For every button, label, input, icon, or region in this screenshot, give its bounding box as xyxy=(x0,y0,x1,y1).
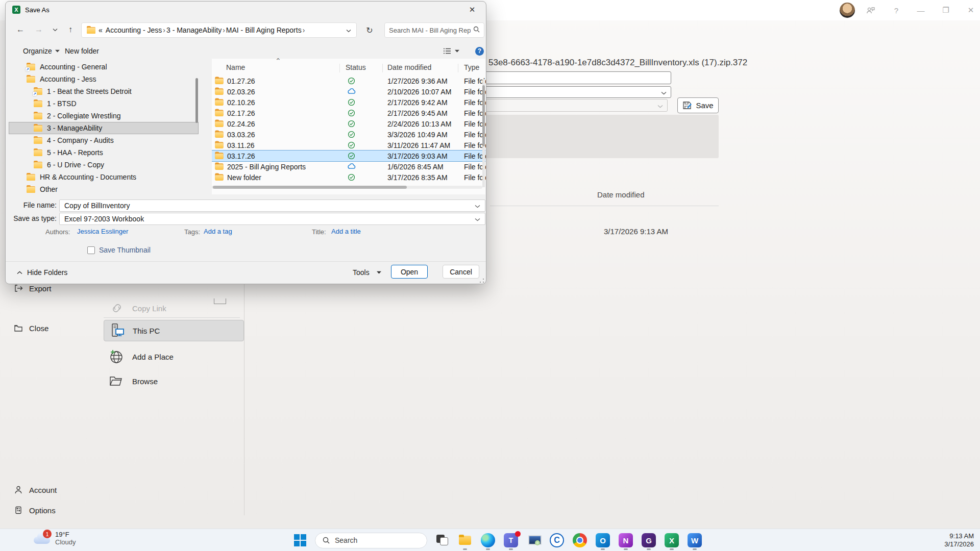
dialog-close-button[interactable]: ✕ xyxy=(461,3,483,17)
file-row[interactable]: 01.27.26 1/27/2026 9:36 AM File fold xyxy=(212,76,485,86)
column-divider[interactable] xyxy=(339,64,340,72)
breadcrumb-item[interactable]: MAI - Bill Aging Reports xyxy=(226,26,302,34)
taskbar-app-button[interactable] xyxy=(457,530,473,550)
column-header-type[interactable]: Type xyxy=(464,63,479,71)
view-mode-button[interactable] xyxy=(443,45,459,57)
file-row[interactable]: New folder 3/17/2026 8:35 AM File fold xyxy=(212,172,485,183)
taskbar-app-button[interactable]: O xyxy=(595,530,611,550)
date-modified-header[interactable]: Date modified xyxy=(597,190,645,199)
column-divider[interactable] xyxy=(382,64,383,72)
tree-item[interactable]: ↗ 4 - Company - Audits xyxy=(9,134,199,146)
help-icon[interactable]: ? xyxy=(889,4,903,16)
file-row[interactable]: 2025 - Bill Aging Reports 1/6/2026 8:45 … xyxy=(212,161,485,172)
file-row[interactable]: 02.24.26 2/24/2026 10:13 AM File fold xyxy=(212,118,485,129)
tree-item[interactable]: ↗ HR & Accounting - Documents xyxy=(9,171,199,183)
close-folder-icon xyxy=(14,323,23,333)
column-header-status[interactable]: Status xyxy=(346,63,366,71)
chevron-down-icon[interactable] xyxy=(475,215,480,223)
taskbar-search[interactable]: Search xyxy=(315,533,427,548)
backstage-save-button[interactable]: Save xyxy=(677,97,719,113)
tree-item[interactable]: ↗ 2 - Collegiate Wrestling xyxy=(9,110,199,122)
authors-value[interactable]: Jessica Esslinger xyxy=(77,228,128,235)
breadcrumb-overflow[interactable]: « xyxy=(99,26,103,34)
back-button[interactable]: ← xyxy=(13,22,28,37)
file-row[interactable]: 02.10.26 2/17/2026 9:42 AM File fold xyxy=(212,97,485,108)
taskbar-app-button[interactable] xyxy=(434,530,450,550)
refresh-button[interactable]: ↻ xyxy=(361,22,378,38)
dialog-titlebar[interactable]: X Save As xyxy=(6,2,486,18)
taskbar-app-button[interactable] xyxy=(526,530,542,550)
save-thumbnail-label[interactable]: Save Thumbnail xyxy=(99,246,151,254)
weather-widget[interactable]: 1 19°F Cloudy xyxy=(34,531,76,546)
add-title-link[interactable]: Add a title xyxy=(331,228,361,235)
forward-button[interactable]: → xyxy=(31,22,46,37)
start-button[interactable] xyxy=(292,530,308,550)
file-row[interactable]: 03.17.26 3/17/2026 9:03 AM File fold xyxy=(212,151,485,161)
tree-item[interactable]: ↗ 6 - U Drive - Copy xyxy=(9,159,199,171)
save-thumbnail-checkbox[interactable] xyxy=(87,246,95,254)
cancel-button[interactable]: Cancel xyxy=(443,265,479,279)
minimize-button[interactable]: — xyxy=(914,4,928,16)
column-header-date-modified[interactable]: Date modified xyxy=(387,63,431,71)
breadcrumb-separator-icon[interactable]: › xyxy=(162,26,166,34)
taskbar-app-button[interactable]: G xyxy=(641,530,657,550)
hide-folders-button[interactable]: Hide Folders xyxy=(17,268,67,277)
taskbar-app-button[interactable]: N xyxy=(618,530,634,550)
add-tag-link[interactable]: Add a tag xyxy=(204,228,232,235)
column-divider[interactable] xyxy=(458,64,458,72)
feedback-icon[interactable] xyxy=(864,4,878,16)
tree-scrollbar[interactable] xyxy=(195,78,198,123)
list-horizontal-scrollbar[interactable] xyxy=(212,186,482,189)
tools-button[interactable]: Tools xyxy=(353,268,381,277)
save-as-type-select[interactable]: Excel 97-2003 Workbook xyxy=(59,213,485,225)
scrollbar-thumb[interactable] xyxy=(482,85,485,146)
up-button[interactable]: ↑ xyxy=(63,22,78,37)
taskbar-app-button[interactable]: C xyxy=(549,530,565,550)
file-row[interactable]: 02.17.26 2/17/2026 9:45 AM File fold xyxy=(212,108,485,118)
list-vertical-scrollbar[interactable] xyxy=(482,79,485,187)
breadcrumb[interactable]: « Accounting - Jess › 3 - ManageAbility … xyxy=(81,22,357,38)
file-row[interactable]: 03.11.26 3/11/2026 11:47 AM File fold xyxy=(212,140,485,151)
restore-button[interactable]: ❐ xyxy=(939,4,953,16)
tree-item[interactable]: ↗ 1 - BTSD xyxy=(9,97,199,110)
file-row[interactable]: 03.03.26 3/3/2026 10:49 AM File fold xyxy=(212,129,485,140)
file-row[interactable]: 02.03.26 2/10/2026 10:07 AM File fold xyxy=(212,86,485,97)
close-button[interactable]: ✕ xyxy=(964,4,978,16)
taskbar-app-button[interactable] xyxy=(480,530,496,550)
breadcrumb-item[interactable]: 3 - ManageAbility xyxy=(166,26,222,34)
tree-item[interactable]: ↗ 1 - Beat the Streets Detroit xyxy=(9,85,199,97)
this-pc-button[interactable]: This PC xyxy=(104,320,244,341)
taskbar-app-button[interactable]: T xyxy=(503,530,519,550)
taskbar-clock[interactable]: 9:13 AM 3/17/2026 xyxy=(944,532,974,548)
tree-item[interactable]: ↗ 3 - ManageAbility xyxy=(9,122,199,134)
backstage-nav-close[interactable]: Close xyxy=(0,320,83,336)
breadcrumb-separator-icon[interactable]: › xyxy=(222,26,226,34)
new-folder-button[interactable]: New folder xyxy=(65,45,99,57)
recent-locations-button[interactable] xyxy=(47,22,63,37)
address-dropdown-button[interactable] xyxy=(346,26,351,34)
column-header-name[interactable]: Name xyxy=(226,63,245,71)
backstage-nav-options[interactable]: Options xyxy=(0,503,83,518)
file-name-input[interactable]: Copy of BillInventory xyxy=(59,199,485,212)
tree-item[interactable]: ↗ 5 - HAA - Reports xyxy=(9,146,199,159)
tree-item[interactable]: ↗ Other xyxy=(9,183,199,194)
tree-item[interactable]: ↗ Accounting - General xyxy=(9,61,199,73)
resize-grip[interactable] xyxy=(480,279,484,283)
chevron-down-icon[interactable] xyxy=(475,202,480,210)
dialog-help-button[interactable]: ? xyxy=(475,45,484,57)
taskbar-app-button[interactable]: X xyxy=(664,530,680,550)
search-input[interactable]: Search MAI - Bill Aging Reports xyxy=(384,22,484,38)
taskbar-app-button[interactable] xyxy=(572,530,588,550)
taskbar-app-button[interactable]: W xyxy=(687,530,703,550)
add-a-place-button[interactable]: Add a Place xyxy=(104,346,244,367)
breadcrumb-item[interactable]: Accounting - Jess xyxy=(106,26,162,34)
search-icon[interactable] xyxy=(473,26,480,34)
backstage-nav-account[interactable]: Account xyxy=(0,482,83,497)
organize-button[interactable]: Organize xyxy=(23,45,60,57)
scrollbar-thumb[interactable] xyxy=(213,186,407,189)
browse-button[interactable]: Browse xyxy=(104,370,244,392)
breadcrumb-separator-icon[interactable]: › xyxy=(302,26,306,34)
avatar[interactable] xyxy=(840,3,855,18)
open-button[interactable]: Open xyxy=(391,265,428,279)
tree-item[interactable]: ↗ Accounting - Jess xyxy=(9,73,199,85)
